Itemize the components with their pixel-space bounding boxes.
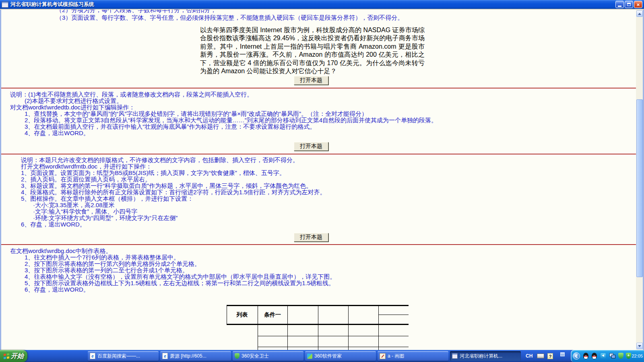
keyboard-icon[interactable]	[537, 354, 544, 358]
messenger-icon[interactable]	[601, 353, 606, 358]
instruction-line: 1、页面设置。设置页面为：纸型为B5或B5(JIS)纸；插入页脚，文字为“饮食健…	[21, 170, 326, 176]
app-window-icon	[452, 353, 458, 359]
tray-clock[interactable]: 22:05	[632, 354, 643, 358]
desktop: 河北省职称计算机考试模拟练习系统 × （2）分项为分，每个大段落、字数和每半行分…	[0, 0, 644, 362]
window-restore-icon[interactable]	[560, 352, 565, 356]
maximize-button[interactable]	[625, 1, 633, 8]
table-line	[258, 347, 409, 347]
instruction-line: 5、按下图所示设置表格外边框线上下为1.5磅粗线，左右无边框线；将第一行和第二行…	[10, 280, 336, 286]
taskbar-item-xiaoyuan[interactable]: e 萧源 [http://605...	[160, 351, 231, 361]
table-line	[258, 336, 409, 336]
software-manager-icon	[307, 354, 312, 359]
table-line	[348, 306, 349, 324]
app-icon	[2, 2, 8, 8]
instruction-line: 1、往文档中插入一个7行6列的表格，并将表格整体居中。	[10, 254, 336, 261]
taskbar-item-label: 萧源 [http://605...	[170, 353, 206, 360]
qq-icon[interactable]	[583, 353, 588, 359]
section-divider	[0, 88, 636, 88]
window-border-left	[0, 9, 1, 350]
taskbar-item-360-safe[interactable]: 360安全卫士	[233, 351, 303, 361]
scroll-up-button[interactable]	[636, 10, 643, 17]
table-line	[318, 306, 318, 324]
open-question-button-1[interactable]: 打开本题	[294, 76, 328, 85]
instruction-line: ·大小:宽3.35厘米，高2.08厘米	[21, 202, 326, 208]
vertical-scrollbar[interactable]	[636, 10, 643, 350]
open-question-button-2[interactable]: 打开本题	[294, 142, 328, 151]
scroll-down-button[interactable]	[636, 343, 643, 349]
content-area: （2）分项为分，每个大段落、字数和每半行分，否则扣分； （3）页面设置、每行字数…	[0, 10, 644, 350]
section-divider	[0, 244, 636, 245]
network-icon[interactable]	[609, 353, 615, 358]
sample-table: 列表 条件一	[227, 305, 409, 350]
section-format-task: 说明：本题只允许改变文档的排版格式，不许修改文档的文字内容，包括删除、插入空行，…	[21, 157, 326, 228]
language-indicator[interactable]: CH	[526, 353, 533, 359]
help-icon[interactable]: ?	[547, 353, 553, 359]
instruction-line: 4、存盘，退出WORD。	[10, 130, 437, 136]
table-line	[318, 325, 318, 350]
scrollbar-thumb[interactable]	[636, 99, 643, 277]
table-line	[258, 325, 258, 350]
instruction-line: ·文字:输入“科学饮食”，黑体、小四号字	[21, 208, 326, 215]
instruction-line: 2、段落移动。将文章正文第3自然段从“科学家发现，当海水和大气运动的能量……”到…	[10, 117, 437, 123]
table-split-line	[378, 315, 409, 315]
instruction-line: 5、图框操作。在文章中插入文本框（横排），并进行如下设置：	[21, 195, 326, 202]
360-shield-icon	[235, 353, 239, 359]
taskbar-item-label: 360软件管家	[314, 353, 342, 360]
instruction-line: 1、查找替换，本文中的“暴风雨”的“风”字出现多处错别字，请将出现错别字的“暴×…	[10, 111, 437, 117]
360-shield-icon[interactable]	[618, 353, 623, 359]
qq-icon[interactable]	[592, 353, 597, 359]
chevron-down-icon	[638, 345, 641, 347]
section-divider	[0, 154, 636, 154]
instruction-line: 说明：(1)考生不得随意插入空行、段落，或者随意修改文档内容，段落之间不能插入空…	[10, 91, 437, 98]
table-cell: 列表	[227, 306, 258, 324]
table-line	[348, 325, 349, 350]
taskbar-item-paint[interactable]: a - 画图	[378, 351, 448, 361]
minimize-icon	[618, 6, 621, 7]
open-question-button-3[interactable]: 打开本题	[294, 233, 328, 242]
instruction-line: 说明：本题只允许改变文档的排版格式，不许修改文档的文字内容，包括删除、插入空行，…	[21, 157, 326, 163]
instruction-line: (2)本题不要求对文档进行格式设置。	[10, 98, 437, 104]
table-line	[378, 306, 379, 324]
taskbar-item-label: a - 画图	[388, 353, 404, 360]
chevron-up-icon	[638, 13, 641, 15]
table-line	[287, 306, 288, 324]
taskbar-item-label: 百度新闻搜索——...	[97, 353, 140, 360]
instruction-line: （3）页面设置、每行字数、字体、字号任意，但必须保持段落完整，不能随意插入硬回车…	[56, 14, 403, 21]
instruction-line: 3、在文档最前面插入空行，并在该行中输入“壮观的海底风暴”作为标题行，注意：不要…	[10, 123, 437, 130]
taskbar-item-label: 360安全卫士	[242, 353, 269, 360]
system-tray: + 22:05	[571, 350, 644, 362]
start-label: 开始	[11, 352, 24, 360]
windows-flag-icon	[4, 353, 9, 359]
taskbar: 开始 e 百度新闻搜索——... e 萧源 [http://605... 360…	[0, 350, 644, 362]
instruction-line: 4、段落格式。将标题行除外的所有正文段落设置如下：首行缩进2字符，行距设为1.5…	[21, 189, 326, 195]
minimize-button[interactable]	[615, 1, 624, 8]
instruction-line: 4、往表格中输入文字（没有空格），设置所有单元格文字的格式为中部居中（即水平居中…	[10, 274, 336, 280]
instruction-line: 6、存盘，退出WORD。	[21, 221, 326, 228]
table-line	[378, 325, 379, 350]
start-button[interactable]: 开始	[0, 350, 27, 362]
instruction-line: 3、标题设置。将文档的第一行“科学摄取蛋白质”作为标题，水平居中，黑体三号字，倾…	[21, 183, 326, 189]
taskbar-item-exam-system[interactable]: 河北省职称计算机...	[450, 351, 521, 361]
close-button[interactable]: ×	[634, 1, 642, 8]
instruction-line: 2、按下图所示将表格的第一行第六列的单元格拆分成2个单元格。	[10, 261, 336, 267]
taskbar-item-360-manager[interactable]: 360软件管家	[305, 351, 376, 361]
exam-paragraph: 以去年第四季度美国 Internet 股市为例，科技股成分高的 NASDAG 证…	[200, 26, 425, 75]
360-plus-icon[interactable]: +	[626, 353, 631, 359]
window-titlebar[interactable]: 河北省职称计算机考试模拟练习系统 ×	[0, 0, 644, 9]
instruction-line: 对文档wordkt\wrdedtb.doc进行如下编辑操作：	[10, 104, 437, 111]
instruction-line: 在文档wordkt\wrdbg.doc中制作表格。	[10, 248, 336, 254]
section-edit-task: 说明：(1)考生不得随意插入空行、段落，或者随意修改文档内容，段落之间不能插入空…	[10, 91, 437, 136]
ie-page-icon: e	[162, 353, 168, 359]
instruction-line: 6、存盘，退出WORD。	[10, 286, 336, 293]
clipped-instruction-line: （2）分项为分，每个大段落、字数和每半行分，否则扣分；	[56, 10, 216, 13]
instruction-line: 2、插入页码。在页眉位置插入页码，水平居右。	[21, 176, 326, 183]
window-border-top	[0, 9, 644, 10]
window-title: 河北省职称计算机考试模拟练习系统	[10, 1, 94, 8]
table-border-thick	[227, 324, 409, 325]
instruction-line: ·环绕:文字环绕方式为“四周型”，环绕文字为“只在左侧”	[21, 215, 326, 221]
instruction-line: 3、按下图所示将表格的第一列的二至七行合并成1个单元格。	[10, 267, 336, 274]
taskbar-item-baidu-news[interactable]: e 百度新闻搜索——...	[88, 351, 159, 361]
ie-page-icon: e	[90, 353, 95, 359]
collapse-chevron-icon[interactable]	[573, 352, 580, 360]
paint-icon	[380, 353, 386, 359]
